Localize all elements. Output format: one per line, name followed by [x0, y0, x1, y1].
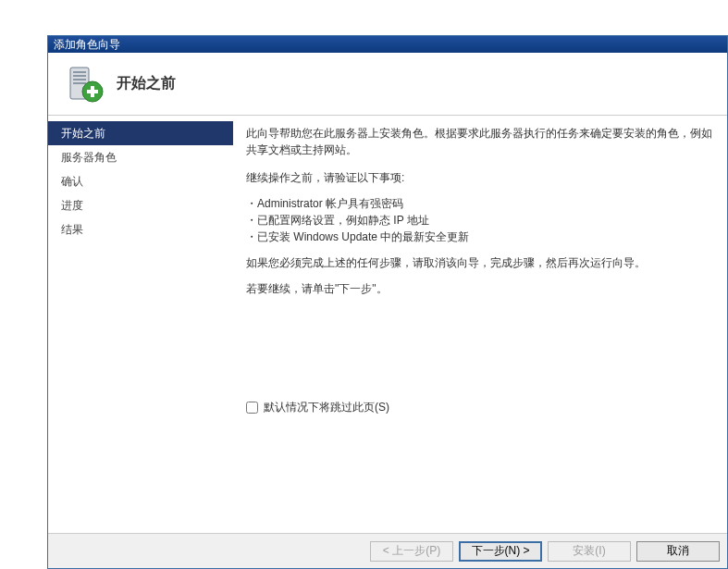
verify-heading: 继续操作之前，请验证以下事项: — [246, 169, 714, 186]
skip-page-row: 默认情况下将跳过此页(S) — [246, 399, 714, 415]
bullet-text: 已配置网络设置，例如静态 IP 地址 — [257, 212, 429, 229]
bullet-text: Administrator 帐户具有强密码 — [257, 195, 403, 212]
wizard-body: 开始之前 服务器角色 确认 进度 结果 此向导帮助您在此服务器上安装角色。根据要… — [48, 116, 727, 533]
server-role-icon — [65, 64, 105, 105]
svg-rect-1 — [73, 71, 86, 73]
sidebar-item-label: 确认 — [61, 175, 83, 188]
svg-rect-4 — [73, 82, 86, 84]
sidebar-item-before-begin[interactable]: 开始之前 — [48, 121, 233, 145]
sidebar-item-confirm[interactable]: 确认 — [48, 169, 233, 193]
install-button: 安装(I) — [548, 541, 631, 562]
page-title: 开始之前 — [117, 74, 176, 93]
skip-page-label[interactable]: 默认情况下将跳过此页(S) — [264, 399, 389, 415]
sidebar-item-label: 服务器角色 — [61, 151, 117, 164]
bullet-list: ・ Administrator 帐户具有强密码 ・ 已配置网络设置，例如静态 I… — [246, 195, 714, 245]
bullet-item: ・ 已配置网络设置，例如静态 IP 地址 — [246, 212, 714, 229]
bullet-icon: ・ — [246, 229, 257, 245]
sidebar-item-server-roles[interactable]: 服务器角色 — [48, 145, 233, 169]
cancel-button[interactable]: 取消 — [636, 541, 720, 562]
bullet-icon: ・ — [246, 195, 257, 212]
svg-rect-3 — [73, 79, 86, 80]
bullet-text: 已安装 Windows Update 中的最新安全更新 — [257, 229, 469, 245]
wizard-window: 添加角色向导 开始之前 开始之前 服务器角色 — [47, 35, 728, 569]
window-title: 添加角色向导 — [54, 37, 120, 53]
bullet-item: ・ 已安装 Windows Update 中的最新安全更新 — [246, 229, 714, 245]
sidebar: 开始之前 服务器角色 确认 进度 结果 — [48, 116, 233, 533]
sidebar-item-label: 结果 — [61, 223, 83, 236]
previous-button: < 上一步(P) — [370, 541, 453, 562]
sidebar-item-results[interactable]: 结果 — [48, 217, 233, 241]
content-pane: 此向导帮助您在此服务器上安装角色。根据要求此服务器执行的任务来确定要安装的角色，… — [233, 116, 727, 533]
intro-text: 此向导帮助您在此服务器上安装角色。根据要求此服务器执行的任务来确定要安装的角色，… — [246, 125, 714, 158]
svg-rect-7 — [87, 90, 98, 93]
sidebar-item-progress[interactable]: 进度 — [48, 193, 233, 217]
next-button[interactable]: 下一步(N) > — [459, 541, 542, 562]
bullet-icon: ・ — [246, 212, 257, 229]
skip-page-checkbox[interactable] — [246, 402, 258, 414]
sidebar-item-label: 进度 — [61, 199, 83, 212]
cancel-note: 如果您必须完成上述的任何步骤，请取消该向导，完成步骤，然后再次运行向导。 — [246, 254, 714, 271]
sidebar-item-label: 开始之前 — [61, 127, 105, 140]
wizard-footer: < 上一步(P) 下一步(N) > 安装(I) 取消 — [48, 533, 727, 568]
wizard-header: 开始之前 — [48, 53, 727, 116]
bullet-item: ・ Administrator 帐户具有强密码 — [246, 195, 714, 212]
continue-note: 若要继续，请单击"下一步"。 — [246, 280, 714, 297]
svg-rect-2 — [73, 75, 86, 77]
titlebar[interactable]: 添加角色向导 — [48, 36, 727, 53]
